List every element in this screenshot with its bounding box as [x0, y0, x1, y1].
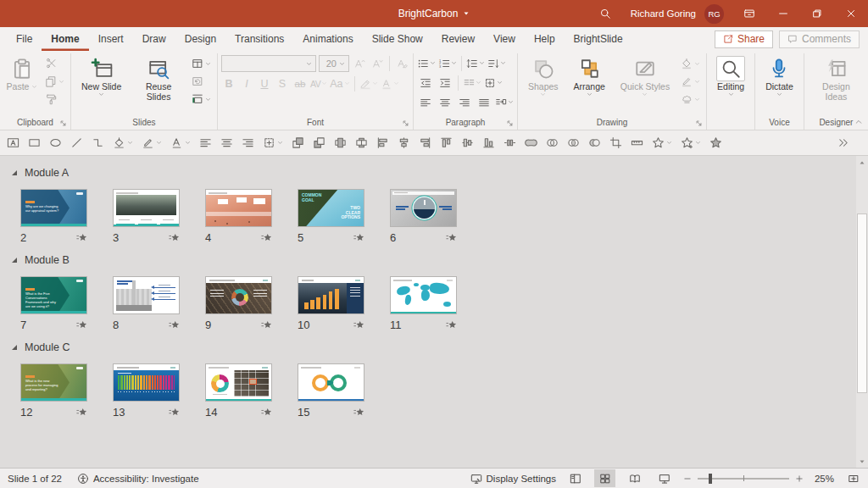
shape-fill-icon[interactable] [113, 136, 133, 149]
align-objects-top-icon[interactable] [440, 136, 453, 149]
fit-to-window-button[interactable] [843, 469, 864, 487]
tab-help[interactable]: Help [525, 27, 565, 51]
merge-union-icon[interactable] [525, 136, 537, 149]
clipboard-dialog-launcher[interactable] [59, 119, 67, 127]
transition-star-icon[interactable] [353, 232, 364, 243]
send-to-back-icon[interactable] [355, 136, 368, 149]
decrease-font-size-button[interactable] [370, 56, 385, 72]
shape-outline-icon[interactable] [142, 136, 162, 149]
merge-subtract-icon[interactable] [588, 136, 601, 149]
clear-formatting-button[interactable] [394, 56, 409, 72]
toolbar-overflow-icon[interactable] [837, 136, 849, 149]
align-objects-bottom-icon[interactable] [482, 136, 495, 149]
bullets-button[interactable] [417, 55, 436, 71]
transition-star-icon[interactable] [169, 407, 180, 418]
strikethrough-button[interactable]: ab [292, 75, 308, 92]
tab-draw[interactable]: Draw [133, 27, 175, 51]
tab-brightslide[interactable]: BrightSlide [565, 27, 632, 51]
slide-thumbnail[interactable] [298, 363, 364, 402]
slide-thumbnail[interactable] [113, 363, 180, 402]
align-right-button[interactable] [456, 94, 473, 110]
transition-star-icon[interactable] [261, 319, 272, 330]
bold-button[interactable]: B [221, 75, 236, 92]
transition-star-icon[interactable] [261, 232, 272, 243]
increase-font-size-button[interactable] [352, 56, 367, 72]
star-tool-icon[interactable] [652, 136, 672, 149]
paste-button[interactable]: Paste [3, 55, 41, 92]
size-position-icon[interactable] [263, 136, 283, 149]
scroll-up-button[interactable] [856, 156, 868, 169]
font-color-icon[interactable] [170, 136, 191, 149]
format-painter-button[interactable] [42, 92, 67, 107]
tab-insert[interactable]: Insert [89, 27, 133, 51]
view-slideshow-button[interactable] [654, 469, 675, 487]
decrease-indent-button[interactable] [417, 75, 434, 91]
transition-star-icon[interactable] [169, 319, 180, 330]
transition-star-icon[interactable] [261, 407, 272, 418]
arrange-button[interactable]: Arrange [567, 55, 612, 98]
align-text-right-icon[interactable] [242, 136, 254, 149]
shape-fill-button[interactable] [678, 56, 703, 71]
slide-thumbnail[interactable] [390, 276, 457, 314]
align-text-center-icon[interactable] [220, 136, 233, 149]
font-dialog-launcher[interactable] [402, 119, 409, 127]
align-center-button[interactable] [437, 94, 453, 110]
editing-button[interactable]: Editing [710, 55, 751, 98]
font-size-select[interactable]: 20 [319, 55, 349, 72]
tab-slide-show[interactable]: Slide Show [363, 27, 432, 51]
transition-star-icon[interactable] [169, 232, 180, 243]
reuse-slides-button[interactable]: Reuse Slides [130, 55, 187, 103]
tab-home[interactable]: Home [42, 27, 88, 51]
zoom-slider-thumb[interactable] [709, 474, 712, 484]
design-ideas-button[interactable]: Design Ideas [808, 55, 865, 103]
slide-thumbnail[interactable] [205, 363, 272, 402]
zoom-in-button[interactable] [795, 474, 804, 483]
transition-star-icon[interactable] [446, 319, 457, 330]
zoom-out-button[interactable] [683, 474, 692, 483]
scrollbar[interactable] [856, 156, 868, 468]
slide-thumbnail[interactable] [205, 189, 272, 227]
transition-star-icon[interactable] [353, 319, 364, 330]
text-shadow-button[interactable]: S [275, 75, 290, 92]
columns-button[interactable] [463, 75, 481, 91]
cut-button[interactable] [42, 56, 67, 71]
view-normal-button[interactable] [565, 469, 586, 487]
slide-thumbnail[interactable]: What is the new process for managing and… [20, 363, 87, 402]
section-button[interactable] [189, 92, 214, 107]
font-color-button[interactable] [381, 75, 399, 92]
elbow-connector-icon[interactable] [92, 136, 104, 149]
align-objects-left-icon[interactable] [376, 136, 389, 149]
merge-combine-icon[interactable] [546, 136, 559, 149]
quick-styles-button[interactable]: Quick Styles [614, 55, 676, 98]
rectangle-icon[interactable] [28, 136, 41, 149]
section-header[interactable]: Module B [12, 254, 856, 266]
line-spacing-button[interactable] [466, 55, 485, 71]
new-slide-button[interactable]: New Slide [75, 55, 128, 98]
slide-thumbnail[interactable]: Why are we changing our appraisal system… [20, 189, 87, 227]
crop-icon[interactable] [609, 136, 622, 149]
scrollbar-thumb[interactable] [857, 214, 867, 393]
merge-intersect-icon[interactable] [567, 136, 580, 149]
display-settings-button[interactable]: Display Settings [470, 473, 556, 485]
tab-design[interactable]: Design [175, 27, 225, 51]
align-objects-middle-icon[interactable] [461, 136, 474, 149]
reset-slide-button[interactable] [189, 74, 214, 89]
underline-button[interactable]: U [257, 75, 272, 92]
slide-thumbnail[interactable] [205, 276, 272, 314]
align-left-button[interactable] [417, 94, 434, 110]
slide-thumbnail[interactable] [113, 189, 180, 227]
slide-thumbnail[interactable]: What is the Five Conversations Framework… [20, 276, 87, 314]
tab-review[interactable]: Review [432, 27, 484, 51]
line-icon[interactable] [70, 136, 83, 149]
copy-button[interactable] [42, 74, 67, 89]
comments-button[interactable]: Comments [779, 30, 860, 48]
text-highlight-button[interactable] [359, 75, 378, 92]
drawing-dialog-launcher[interactable] [695, 119, 703, 127]
scroll-down-button[interactable] [856, 455, 868, 468]
align-text-left-icon[interactable] [199, 136, 212, 149]
slide-thumbnail[interactable] [298, 276, 364, 314]
share-button[interactable]: Share [715, 30, 773, 48]
bring-to-front-icon[interactable] [334, 136, 347, 149]
zoom-percentage[interactable]: 25% [812, 474, 834, 484]
text-direction-button[interactable] [487, 55, 506, 71]
